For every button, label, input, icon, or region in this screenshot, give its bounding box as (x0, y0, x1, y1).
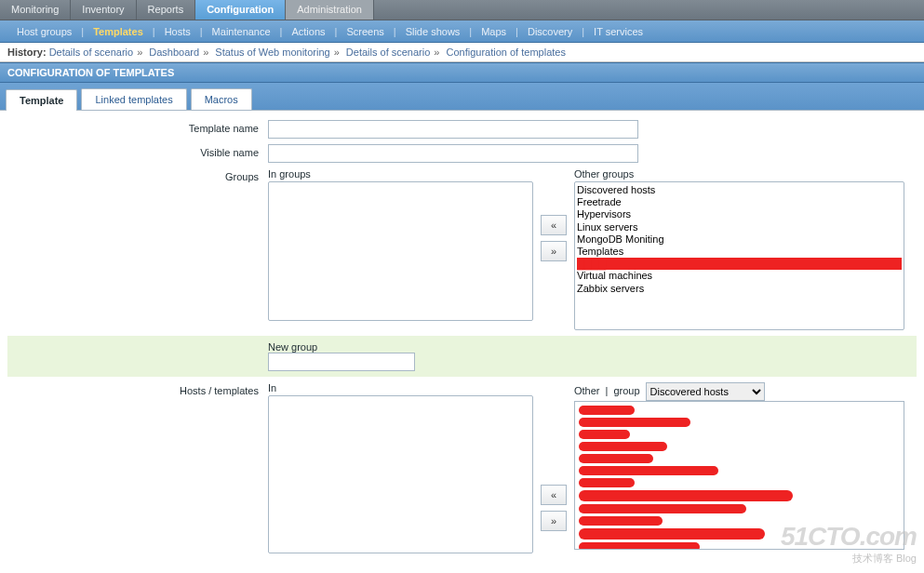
sub-navigation: Host groups| Templates| Hosts| Maintenan… (0, 20, 924, 43)
tab-template[interactable]: Template (6, 89, 77, 111)
new-group-input[interactable] (268, 353, 415, 371)
subnav-screens[interactable]: Screens (337, 26, 393, 37)
redacted-content (579, 406, 900, 550)
in-groups-caption: In groups (268, 168, 533, 180)
history-item[interactable]: Dashboard (149, 47, 199, 58)
subnav-maps[interactable]: Maps (472, 26, 516, 37)
other-groups-list[interactable]: Discovered hostsFreetradeHypervisorsLinu… (574, 181, 904, 330)
tab-macros[interactable]: Macros (191, 88, 252, 110)
subnav-host-groups[interactable]: Host groups (7, 26, 81, 37)
topnav-inventory[interactable]: Inventory (71, 0, 136, 20)
other-groups-caption: Other groups (574, 168, 904, 180)
history-item[interactable]: Details of scenario (346, 47, 431, 58)
new-group-label: New group (268, 341, 917, 353)
subnav-hosts[interactable]: Hosts (155, 26, 200, 37)
list-item[interactable]: ████ (577, 258, 902, 270)
subnav-actions[interactable]: Actions (282, 26, 334, 37)
breadcrumb: History: Details of scenario» Dashboard»… (0, 43, 924, 62)
history-label: History: (7, 47, 47, 58)
list-item[interactable]: Linux servers (577, 221, 902, 233)
move-right-button[interactable]: » (541, 241, 567, 261)
form-body: Template name Visible name Groups In gro… (0, 111, 924, 568)
subnav-templates[interactable]: Templates (84, 26, 153, 37)
page-title: CONFIGURATION OF TEMPLATES (0, 62, 924, 83)
list-item[interactable]: MongoDB Moniting (577, 233, 902, 246)
form-tabs: Template Linked templates Macros (0, 83, 924, 111)
groups-label: Groups (7, 168, 268, 182)
list-item[interactable]: Templates (577, 246, 902, 258)
list-item[interactable]: Hypervisors (577, 208, 902, 220)
move-left-button[interactable]: « (541, 215, 567, 235)
history-item[interactable]: Status of Web monitoring (215, 47, 329, 58)
group-filter-select[interactable]: Discovered hosts (646, 382, 765, 401)
subnav-discovery[interactable]: Discovery (518, 26, 582, 37)
template-name-label: Template name (7, 120, 268, 134)
list-item[interactable]: Virtual machines (577, 270, 902, 282)
history-item[interactable]: Configuration of templates (447, 47, 566, 58)
list-item[interactable]: Discovered hosts (577, 184, 902, 196)
history-item[interactable]: Details of scenario (49, 47, 134, 58)
subnav-it-services[interactable]: IT services (584, 26, 652, 37)
topnav-monitoring[interactable]: Monitoring (0, 0, 71, 20)
subnav-maintenance[interactable]: Maintenance (203, 26, 280, 37)
topnav-administration[interactable]: Administration (286, 0, 374, 20)
visible-name-input[interactable] (268, 144, 638, 163)
list-item[interactable]: Zabbix servers (577, 283, 902, 295)
hosts-move-right-button[interactable]: » (541, 511, 567, 531)
subnav-slide-shows[interactable]: Slide shows (396, 26, 470, 37)
topnav-configuration[interactable]: Configuration (195, 0, 286, 20)
template-name-input[interactable] (268, 120, 638, 139)
topnav-reports[interactable]: Reports (137, 0, 196, 20)
hosts-label: Hosts / templates (7, 382, 268, 396)
in-groups-list[interactable] (268, 181, 533, 321)
list-item[interactable]: Freetrade (577, 196, 902, 208)
hosts-move-left-button[interactable]: « (541, 485, 567, 505)
other-hosts-list[interactable] (574, 401, 904, 550)
tab-linked-templates[interactable]: Linked templates (81, 88, 186, 110)
in-hosts-caption: In (268, 382, 533, 393)
top-navigation: Monitoring Inventory Reports Configurati… (0, 0, 924, 20)
in-hosts-list[interactable] (268, 395, 533, 553)
visible-name-label: Visible name (7, 144, 268, 158)
other-hosts-caption: Other (574, 385, 600, 396)
group-filter-caption: group (613, 385, 639, 396)
